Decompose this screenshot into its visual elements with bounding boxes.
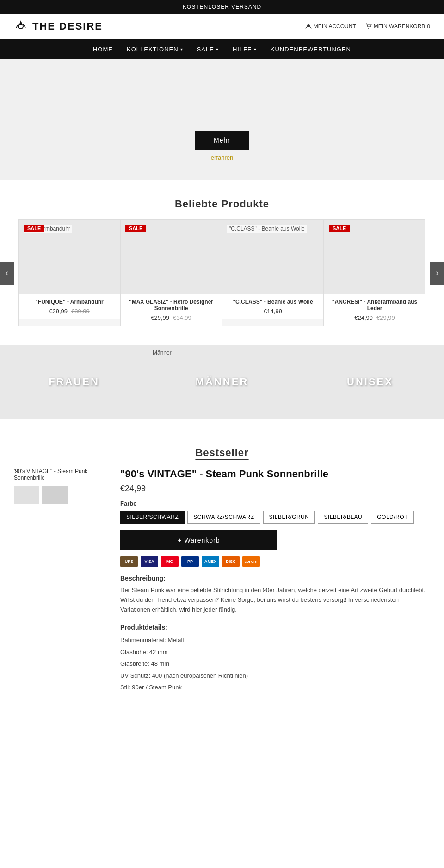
price-current: €24,99 xyxy=(354,314,373,321)
payment-icon-amex: AMEX xyxy=(202,556,219,567)
hero-link[interactable]: erfahren xyxy=(211,154,233,161)
payment-icon-paypal: PP xyxy=(181,556,199,567)
hero-section: Mehr erfahren xyxy=(0,59,444,180)
payment-icon-sofort: SOFORT xyxy=(242,556,260,567)
price-old: €34,99 xyxy=(173,314,191,321)
header-right: MEIN ACCOUNT MEIN WARENKORB 0 xyxy=(305,23,430,30)
bestseller-product-title: "90's VINTAGE" - Steam Punk Sonnenbrille xyxy=(120,468,430,480)
category-manner[interactable]: Männer MÄNNER xyxy=(148,345,296,419)
payment-icon-discover: DISC xyxy=(222,556,240,567)
account-link[interactable]: MEIN ACCOUNT xyxy=(305,23,356,30)
product-card[interactable]: SALE "ANCRESI" - Ankerarmband aus Leder … xyxy=(324,219,426,326)
category-grid: FRAUEN Männer MÄNNER UNISEX xyxy=(0,345,444,419)
price-old: €39,99 xyxy=(71,308,90,315)
bestseller-layout: '90's VINTAGE" - Steam Punk Sonnenbrille… xyxy=(14,468,430,695)
price-current: €29,99 xyxy=(49,308,68,315)
detail-rahmenmaterial: Rahmenmaterial: Metall xyxy=(120,636,430,645)
payment-icon-ups: UPS xyxy=(120,556,138,567)
cart-icon xyxy=(365,23,372,30)
color-gold-rot[interactable]: GOLD/ROT xyxy=(371,511,414,524)
product-info: "FUNIQUE" - Armbanduhr €29,99 €39,99 xyxy=(19,294,120,319)
category-unisex[interactable]: UNISEX xyxy=(296,345,444,419)
color-silber-grun[interactable]: SILBER/GRÜN xyxy=(263,511,315,524)
description-label: Beschreibung: xyxy=(120,575,430,582)
sidebar-thumb-2 xyxy=(42,486,68,504)
carousel-prev-button[interactable]: ‹ xyxy=(0,262,14,285)
product-info: "C.CLASS" - Beanie aus Wolle €14,99 xyxy=(222,294,323,319)
nav-home[interactable]: HOME xyxy=(93,46,113,53)
nav-kundenbewertungen[interactable]: KUNDENBEWERTUNGEN xyxy=(271,46,351,53)
price-row: €29,99 €39,99 xyxy=(24,308,115,315)
nav-hilfe[interactable]: HILFE ▾ xyxy=(233,46,257,53)
chevron-down-icon: ▾ xyxy=(180,47,183,52)
product-card[interactable]: "C.CLASS" - Beanie aus Wolle "C.CLASS" -… xyxy=(222,219,324,326)
add-to-cart-button[interactable]: + Warenkorb xyxy=(120,530,278,550)
product-title: "ANCRESI" - Ankerarmband aus Leder xyxy=(329,299,420,312)
price-row: €29,99 €34,99 xyxy=(125,314,217,321)
bestseller-sidebar: '90's VINTAGE" - Steam Punk Sonnenbrille xyxy=(14,468,106,504)
svg-point-6 xyxy=(370,28,370,29)
category-frauen[interactable]: FRAUEN xyxy=(0,345,148,419)
product-title: "MAX GLASIZ" - Retro Designer Sonnenbril… xyxy=(125,299,217,312)
product-info: "ANCRESI" - Ankerarmband aus Leder €24,9… xyxy=(324,294,425,326)
main-nav: HOME KOLLEKTIONEN ▾ SALE ▾ HILFE ▾ KUNDE… xyxy=(0,39,444,59)
price-current: €14,99 xyxy=(264,308,282,315)
payment-icon-mc: MC xyxy=(161,556,179,567)
sale-badge: SALE xyxy=(24,225,44,232)
cart-link[interactable]: MEIN WARENKORB 0 xyxy=(365,23,430,30)
detail-stil: Stil: 90er / Steam Punk xyxy=(120,683,430,692)
hero-button[interactable]: Mehr xyxy=(195,131,249,150)
category-frauen-label: FRAUEN xyxy=(49,376,99,388)
account-label: MEIN ACCOUNT xyxy=(314,23,356,30)
category-manner-tag: Männer xyxy=(153,350,172,356)
detail-uv-schutz: UV Schutz: 400 (nach europäischen Richtl… xyxy=(120,671,430,681)
header: THE DESIRE MEIN ACCOUNT MEIN WARENKORB 0 xyxy=(0,14,444,39)
color-options: SILBER/SCHWARZ SCHWARZ/SCHWARZ SILBER/GR… xyxy=(120,511,430,524)
carousel-next-button[interactable]: › xyxy=(430,262,444,285)
price-row: €14,99 xyxy=(227,308,319,315)
nav-kollektionen[interactable]: KOLLEKTIONEN ▾ xyxy=(127,46,183,53)
sale-badge: SALE xyxy=(125,225,146,232)
product-card[interactable]: SALE UE" - Armbanduhr "FUNIQUE" - Armban… xyxy=(18,219,120,326)
price-current: €29,99 xyxy=(151,314,169,321)
account-icon xyxy=(305,23,312,30)
product-info: "MAX GLASIZ" - Retro Designer Sonnenbril… xyxy=(121,294,222,326)
nav-sale[interactable]: SALE ▾ xyxy=(197,46,219,53)
logo-text: THE DESIRE xyxy=(32,20,103,32)
svg-marker-0 xyxy=(19,20,22,24)
category-unisex-label: UNISEX xyxy=(347,376,393,388)
detail-glashohe: Glashöhe: 42 mm xyxy=(120,648,430,657)
color-silber-blau[interactable]: SILBER/BLAU xyxy=(318,511,368,524)
products-carousel: ‹ SALE UE" - Armbanduhr "FUNIQUE" - Armb… xyxy=(0,219,444,326)
product-card[interactable]: SALE "MAX GLASIZ" - Retro Designer Sonne… xyxy=(120,219,222,326)
product-title: "C.CLASS" - Beanie aus Wolle xyxy=(227,299,319,305)
chevron-down-icon: ▾ xyxy=(216,47,219,52)
category-manner-label: MÄNNER xyxy=(196,376,249,388)
detail-glasbreite: Glasbreite: 48 mm xyxy=(120,659,430,668)
svg-point-1 xyxy=(18,24,23,29)
color-silber-schwarz[interactable]: SILBER/SCHWARZ xyxy=(120,511,185,524)
product-details-label: Produktdetails: xyxy=(120,624,430,631)
svg-point-5 xyxy=(368,28,369,29)
bestseller-section: Bestseller '90's VINTAGE" - Steam Punk S… xyxy=(0,419,444,713)
popular-products-section: Beliebte Produkte ‹ SALE UE" - Armbanduh… xyxy=(0,198,444,326)
payment-icon-visa: VISA xyxy=(141,556,158,567)
cart-count: 0 xyxy=(427,23,430,30)
bestseller-title: Bestseller xyxy=(14,447,430,459)
description-text: Der Steam Punk war eine beliebte Stilric… xyxy=(120,586,430,614)
chevron-down-icon: ▾ xyxy=(254,47,257,52)
bestseller-product-price: €24,99 xyxy=(120,484,430,493)
price-old: €29,99 xyxy=(376,314,395,321)
logo-icon xyxy=(14,19,28,33)
color-schwarz-schwarz[interactable]: SCHWARZ/SCHWARZ xyxy=(187,511,260,524)
sidebar-thumb-1 xyxy=(14,486,39,504)
price-row: €24,99 €29,99 xyxy=(329,314,420,321)
logo[interactable]: THE DESIRE xyxy=(14,19,103,33)
bestseller-main-product: "90's VINTAGE" - Steam Punk Sonnenbrille… xyxy=(120,468,430,695)
sale-badge: SALE xyxy=(329,225,350,232)
top-banner-text: KOSTENLOSER VERSAND xyxy=(183,4,261,10)
popular-products-title: Beliebte Produkte xyxy=(0,198,444,210)
sidebar-product-label: '90's VINTAGE" - Steam Punk Sonnenbrille xyxy=(14,468,106,481)
sidebar-product[interactable]: '90's VINTAGE" - Steam Punk Sonnenbrille xyxy=(14,468,106,481)
products-row: SALE UE" - Armbanduhr "FUNIQUE" - Armban… xyxy=(18,219,426,326)
